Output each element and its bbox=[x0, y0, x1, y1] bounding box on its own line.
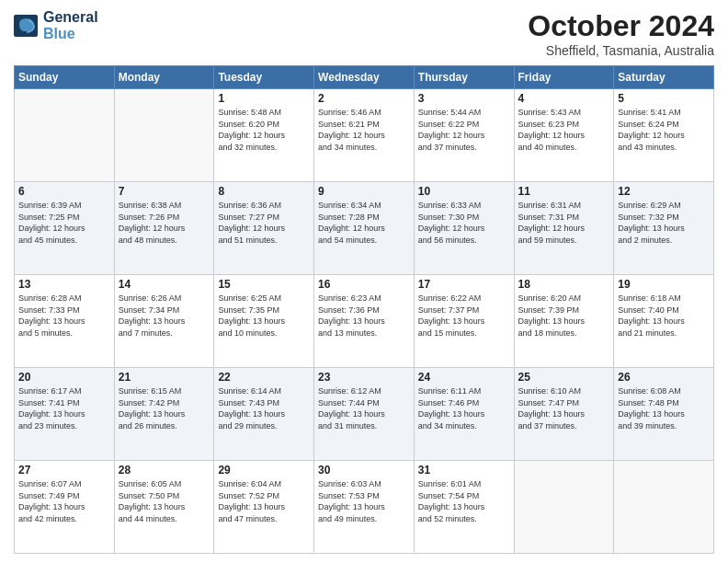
day-number: 9 bbox=[318, 185, 410, 198]
day-number: 5 bbox=[618, 92, 710, 105]
table-cell: 21Sunrise: 6:15 AM Sunset: 7:42 PM Dayli… bbox=[114, 368, 214, 461]
day-info: Sunrise: 6:29 AM Sunset: 7:32 PM Dayligh… bbox=[618, 200, 710, 246]
table-cell: 19Sunrise: 6:18 AM Sunset: 7:40 PM Dayli… bbox=[614, 275, 714, 368]
day-info: Sunrise: 6:01 AM Sunset: 7:54 PM Dayligh… bbox=[418, 478, 510, 524]
location: Sheffield, Tasmania, Australia bbox=[528, 43, 714, 58]
day-info: Sunrise: 6:34 AM Sunset: 7:28 PM Dayligh… bbox=[318, 200, 410, 246]
day-number: 7 bbox=[119, 185, 210, 198]
day-number: 27 bbox=[18, 464, 110, 477]
table-cell: 23Sunrise: 6:12 AM Sunset: 7:44 PM Dayli… bbox=[314, 368, 415, 461]
day-info: Sunrise: 5:43 AM Sunset: 6:23 PM Dayligh… bbox=[518, 107, 610, 153]
logo: General Blue bbox=[14, 9, 98, 42]
day-info: Sunrise: 6:12 AM Sunset: 7:44 PM Dayligh… bbox=[318, 385, 410, 431]
day-info: Sunrise: 6:38 AM Sunset: 7:26 PM Dayligh… bbox=[119, 200, 210, 246]
week-row-2: 6Sunrise: 6:39 AM Sunset: 7:25 PM Daylig… bbox=[15, 182, 714, 275]
day-info: Sunrise: 6:05 AM Sunset: 7:50 PM Dayligh… bbox=[119, 478, 210, 524]
table-cell: 31Sunrise: 6:01 AM Sunset: 7:54 PM Dayli… bbox=[414, 461, 514, 554]
table-cell: 15Sunrise: 6:25 AM Sunset: 7:35 PM Dayli… bbox=[214, 275, 314, 368]
table-cell: 30Sunrise: 6:03 AM Sunset: 7:53 PM Dayli… bbox=[314, 461, 415, 554]
day-info: Sunrise: 6:39 AM Sunset: 7:25 PM Dayligh… bbox=[18, 200, 110, 246]
table-cell: 7Sunrise: 6:38 AM Sunset: 7:26 PM Daylig… bbox=[114, 182, 214, 275]
day-info: Sunrise: 6:03 AM Sunset: 7:53 PM Dayligh… bbox=[318, 478, 410, 524]
table-cell bbox=[15, 89, 115, 182]
table-cell: 25Sunrise: 6:10 AM Sunset: 7:47 PM Dayli… bbox=[514, 368, 614, 461]
day-info: Sunrise: 6:23 AM Sunset: 7:36 PM Dayligh… bbox=[318, 293, 410, 339]
day-number: 18 bbox=[518, 278, 610, 291]
day-info: Sunrise: 6:33 AM Sunset: 7:30 PM Dayligh… bbox=[418, 200, 510, 246]
day-number: 11 bbox=[518, 185, 610, 198]
day-number: 23 bbox=[318, 371, 410, 384]
table-cell: 29Sunrise: 6:04 AM Sunset: 7:52 PM Dayli… bbox=[214, 461, 314, 554]
day-number: 10 bbox=[418, 185, 510, 198]
day-info: Sunrise: 6:31 AM Sunset: 7:31 PM Dayligh… bbox=[518, 200, 610, 246]
day-info: Sunrise: 5:46 AM Sunset: 6:21 PM Dayligh… bbox=[318, 107, 410, 153]
day-number: 24 bbox=[418, 371, 510, 384]
day-number: 25 bbox=[518, 371, 610, 384]
table-cell: 4Sunrise: 5:43 AM Sunset: 6:23 PM Daylig… bbox=[514, 89, 614, 182]
day-info: Sunrise: 6:10 AM Sunset: 7:47 PM Dayligh… bbox=[518, 385, 610, 431]
day-info: Sunrise: 5:48 AM Sunset: 6:20 PM Dayligh… bbox=[218, 107, 310, 153]
day-info: Sunrise: 6:11 AM Sunset: 7:46 PM Dayligh… bbox=[418, 385, 510, 431]
day-number: 21 bbox=[119, 371, 210, 384]
weekday-header-row: Sunday Monday Tuesday Wednesday Thursday… bbox=[15, 66, 714, 89]
table-cell bbox=[114, 89, 214, 182]
day-number: 17 bbox=[418, 278, 510, 291]
table-cell: 27Sunrise: 6:07 AM Sunset: 7:49 PM Dayli… bbox=[15, 461, 115, 554]
day-number: 16 bbox=[318, 278, 410, 291]
day-number: 1 bbox=[218, 92, 310, 105]
table-cell bbox=[614, 461, 714, 554]
table-cell bbox=[514, 461, 614, 554]
day-number: 12 bbox=[618, 185, 710, 198]
day-info: Sunrise: 6:14 AM Sunset: 7:43 PM Dayligh… bbox=[218, 385, 310, 431]
day-number: 13 bbox=[18, 278, 110, 291]
day-number: 15 bbox=[218, 278, 310, 291]
week-row-3: 13Sunrise: 6:28 AM Sunset: 7:33 PM Dayli… bbox=[15, 275, 714, 368]
table-cell: 2Sunrise: 5:46 AM Sunset: 6:21 PM Daylig… bbox=[314, 89, 415, 182]
day-number: 3 bbox=[418, 92, 510, 105]
header-wednesday: Wednesday bbox=[314, 66, 415, 89]
header-friday: Friday bbox=[514, 66, 614, 89]
table-cell: 24Sunrise: 6:11 AM Sunset: 7:46 PM Dayli… bbox=[414, 368, 514, 461]
table-cell: 12Sunrise: 6:29 AM Sunset: 7:32 PM Dayli… bbox=[614, 182, 714, 275]
day-info: Sunrise: 5:44 AM Sunset: 6:22 PM Dayligh… bbox=[418, 107, 510, 153]
day-info: Sunrise: 6:07 AM Sunset: 7:49 PM Dayligh… bbox=[18, 478, 110, 524]
title-block: October 2024 Sheffield, Tasmania, Austra… bbox=[528, 9, 714, 58]
day-info: Sunrise: 6:36 AM Sunset: 7:27 PM Dayligh… bbox=[218, 200, 310, 246]
table-cell: 8Sunrise: 6:36 AM Sunset: 7:27 PM Daylig… bbox=[214, 182, 314, 275]
calendar-table: Sunday Monday Tuesday Wednesday Thursday… bbox=[14, 65, 714, 554]
day-number: 2 bbox=[318, 92, 410, 105]
table-cell: 1Sunrise: 5:48 AM Sunset: 6:20 PM Daylig… bbox=[214, 89, 314, 182]
day-info: Sunrise: 6:22 AM Sunset: 7:37 PM Dayligh… bbox=[418, 293, 510, 339]
logo-text: General Blue bbox=[43, 9, 98, 42]
week-row-4: 20Sunrise: 6:17 AM Sunset: 7:41 PM Dayli… bbox=[15, 368, 714, 461]
month-title: October 2024 bbox=[528, 9, 714, 43]
header-sunday: Sunday bbox=[15, 66, 115, 89]
table-cell: 10Sunrise: 6:33 AM Sunset: 7:30 PM Dayli… bbox=[414, 182, 514, 275]
header-thursday: Thursday bbox=[414, 66, 514, 89]
header-saturday: Saturday bbox=[614, 66, 714, 89]
day-number: 26 bbox=[618, 371, 710, 384]
day-number: 19 bbox=[618, 278, 710, 291]
table-cell: 3Sunrise: 5:44 AM Sunset: 6:22 PM Daylig… bbox=[414, 89, 514, 182]
table-cell: 6Sunrise: 6:39 AM Sunset: 7:25 PM Daylig… bbox=[15, 182, 115, 275]
day-info: Sunrise: 6:08 AM Sunset: 7:48 PM Dayligh… bbox=[618, 385, 710, 431]
day-number: 28 bbox=[119, 464, 210, 477]
table-cell: 28Sunrise: 6:05 AM Sunset: 7:50 PM Dayli… bbox=[114, 461, 214, 554]
header-monday: Monday bbox=[114, 66, 214, 89]
day-number: 29 bbox=[218, 464, 310, 477]
day-number: 14 bbox=[119, 278, 210, 291]
day-number: 4 bbox=[518, 92, 610, 105]
week-row-1: 1Sunrise: 5:48 AM Sunset: 6:20 PM Daylig… bbox=[15, 89, 714, 182]
table-cell: 11Sunrise: 6:31 AM Sunset: 7:31 PM Dayli… bbox=[514, 182, 614, 275]
page: General Blue October 2024 Sheffield, Tas… bbox=[0, 0, 728, 563]
day-info: Sunrise: 6:26 AM Sunset: 7:34 PM Dayligh… bbox=[119, 293, 210, 339]
table-cell: 20Sunrise: 6:17 AM Sunset: 7:41 PM Dayli… bbox=[15, 368, 115, 461]
day-number: 6 bbox=[18, 185, 110, 198]
day-number: 20 bbox=[18, 371, 110, 384]
header: General Blue October 2024 Sheffield, Tas… bbox=[14, 9, 714, 58]
table-cell: 26Sunrise: 6:08 AM Sunset: 7:48 PM Dayli… bbox=[614, 368, 714, 461]
table-cell: 16Sunrise: 6:23 AM Sunset: 7:36 PM Dayli… bbox=[314, 275, 415, 368]
logo-icon bbox=[14, 15, 40, 37]
day-info: Sunrise: 6:20 AM Sunset: 7:39 PM Dayligh… bbox=[518, 293, 610, 339]
day-info: Sunrise: 6:28 AM Sunset: 7:33 PM Dayligh… bbox=[18, 293, 110, 339]
